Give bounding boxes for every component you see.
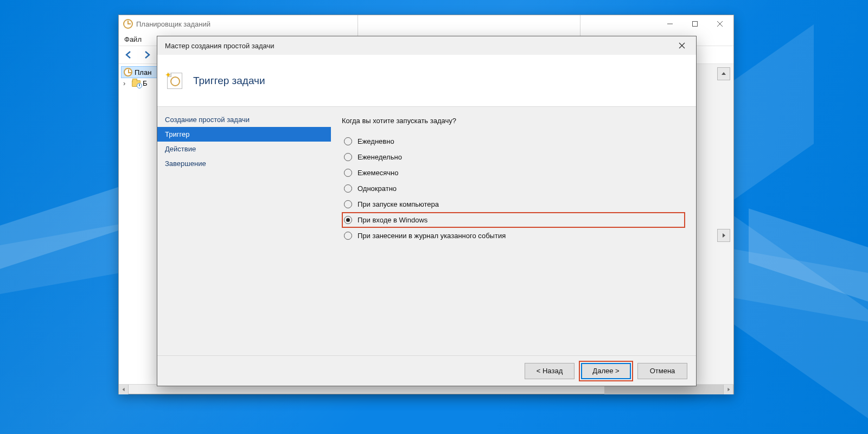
option-weekly[interactable]: Еженедельно (342, 149, 685, 165)
close-icon[interactable] (671, 38, 693, 53)
tree-expander-icon[interactable]: › (123, 79, 130, 87)
wizard-body: Создание простой задачи Триггер Действие… (157, 107, 696, 355)
wizard-page-icon: ✦ (165, 71, 186, 91)
scroll-left-button[interactable] (119, 385, 129, 394)
option-at-logon[interactable]: При входе в Windows (342, 212, 685, 228)
option-on-event-label: При занесении в журнал указанного событи… (358, 232, 506, 240)
wizard-steps-list: Создание простой задачи Триггер Действие… (157, 107, 331, 355)
svg-rect-1 (693, 22, 698, 27)
scroll-up-button[interactable] (717, 67, 730, 80)
close-button[interactable] (707, 16, 732, 32)
wizard-title-text: Мастер создания простой задачи (165, 42, 671, 50)
option-on-event[interactable]: При занесении в журнал указанного событи… (342, 228, 685, 244)
option-at-startup[interactable]: При запуске компьютера (342, 196, 685, 212)
wizard-header-title: Триггер задачи (193, 75, 265, 87)
option-daily[interactable]: Ежедневно (342, 133, 685, 149)
next-button[interactable]: Далее > (581, 363, 631, 379)
radio-icon (344, 169, 352, 177)
trigger-prompt: Когда вы хотите запускать задачу? (342, 117, 685, 125)
step-trigger[interactable]: Триггер (157, 127, 331, 142)
maximize-button[interactable] (682, 16, 707, 32)
option-at-logon-label: При входе в Windows (358, 216, 427, 224)
tree-library-label: Б (143, 79, 148, 87)
wizard-titlebar[interactable]: Мастер создания простой задачи (157, 36, 696, 55)
minimize-button[interactable] (658, 16, 682, 32)
folder-icon (132, 80, 141, 87)
window-title: Планировщик заданий (136, 20, 658, 28)
radio-icon (344, 137, 352, 145)
option-at-startup-label: При запуске компьютера (358, 200, 439, 208)
option-once[interactable]: Однократно (342, 181, 685, 196)
option-monthly[interactable]: Ежемесячно (342, 165, 685, 181)
option-daily-label: Ежедневно (358, 137, 394, 145)
menu-file[interactable]: Файл (124, 35, 142, 43)
nav-back-button[interactable] (122, 48, 136, 62)
tree-root-label: План (135, 68, 151, 76)
radio-icon (344, 153, 352, 161)
cancel-button[interactable]: Отмена (637, 363, 687, 379)
step-create-task[interactable]: Создание простой задачи (157, 112, 331, 127)
wizard-header: ✦ Триггер задачи (157, 55, 696, 107)
nav-forward-button[interactable] (139, 48, 154, 62)
option-monthly-label: Ежемесячно (358, 169, 399, 177)
back-button-label: < Назад (537, 367, 563, 375)
option-weekly-label: Еженедельно (358, 153, 402, 161)
cancel-button-label: Отмена (650, 367, 675, 375)
scroll-right-button[interactable] (717, 229, 730, 242)
option-once-label: Однократно (358, 184, 397, 193)
step-finish[interactable]: Завершение (157, 156, 331, 171)
back-button[interactable]: < Назад (525, 363, 575, 379)
create-basic-task-wizard: Мастер создания простой задачи ✦ Триггер… (157, 36, 697, 386)
step-action[interactable]: Действие (157, 142, 331, 156)
task-scheduler-icon (123, 19, 133, 29)
next-button-label: Далее > (592, 367, 619, 375)
radio-icon (344, 232, 352, 240)
radio-icon (344, 216, 352, 224)
scroll-right-button[interactable] (724, 385, 733, 394)
wizard-footer: < Назад Далее > Отмена (157, 355, 696, 386)
radio-icon (344, 200, 352, 208)
titlebar[interactable]: Планировщик заданий (119, 15, 733, 33)
radio-icon (344, 184, 352, 193)
trigger-options-panel: Когда вы хотите запускать задачу? Ежедне… (331, 107, 696, 355)
task-scheduler-icon (124, 68, 132, 76)
